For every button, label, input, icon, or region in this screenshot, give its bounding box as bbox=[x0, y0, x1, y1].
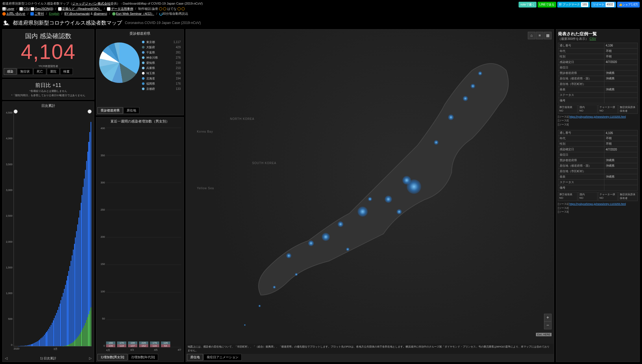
stacked-bar-panel: 直近一週間の感染者増加数（男女別） 0501001502002503003504… bbox=[96, 117, 184, 362]
legend-item[interactable]: 福岡県176 bbox=[142, 81, 181, 86]
count-panel: 国内 感染確認数 4,104 *PCR検査陽性者 感染無症状死亡退院検査 bbox=[2, 29, 94, 77]
usage-icon bbox=[107, 7, 110, 11]
link-donate[interactable]: ご寄付 bbox=[34, 12, 44, 15]
source-link[interactable]: https://ryukyushimpo.jp/news/entry-11032… bbox=[569, 115, 626, 118]
share-hatena[interactable]: B! ブックマーク165 bbox=[557, 2, 590, 8]
tab-退院[interactable]: 退院 bbox=[47, 68, 60, 75]
tab-検査[interactable]: 検査 bbox=[60, 68, 73, 75]
zoom-control: + − bbox=[544, 314, 552, 329]
company-link[interactable]: ジャッグジャパン株式会社 bbox=[72, 2, 110, 5]
link-author[interactable]: BY:@oohamazaki bbox=[64, 12, 90, 15]
japan-silhouette bbox=[186, 29, 554, 344]
page-title: 都道府県別新型コロナウイルス感染者数マップ bbox=[13, 19, 122, 26]
case-list-title: 発表された症例一覧 bbox=[558, 31, 638, 37]
case-list-panel: 発表された症例一覧 （最新300件を表示） CSV 通し番号4,106年代不明性… bbox=[556, 29, 640, 362]
layer-icon bbox=[2, 7, 6, 11]
prev-arrow[interactable]: ◁ bbox=[5, 356, 8, 360]
coin-icon bbox=[182, 7, 185, 10]
link-contact[interactable]: お問い合わせ bbox=[6, 12, 25, 15]
geojson-icon bbox=[31, 7, 34, 11]
legend-dot bbox=[142, 46, 145, 49]
legend-dot bbox=[142, 72, 145, 75]
tab-死亡[interactable]: 死亡 bbox=[34, 68, 46, 75]
zoom-in-button[interactable]: + bbox=[544, 314, 551, 322]
legend-dot bbox=[142, 62, 145, 64]
tab-2)増加数[年代別][interactable]: 2)増加数[年代別] bbox=[128, 354, 158, 361]
tab-1)増加数[男女別][interactable]: 1)増加数[男女別] bbox=[97, 354, 127, 361]
legend-item[interactable]: 兵庫県210 bbox=[142, 66, 181, 71]
legend-item[interactable]: 神奈川県276 bbox=[142, 55, 181, 60]
link-csv[interactable]: CSV bbox=[23, 7, 30, 10]
share-twitter[interactable]: ツイート4932 bbox=[591, 2, 616, 8]
tab-受診都道府県[interactable]: 受診都道府県 bbox=[97, 107, 123, 114]
source-link[interactable]: https://ryukyushimpo.jp/news/entry-11032… bbox=[569, 203, 626, 205]
page-subtitle: Coronavirus COVID-19 Japan Case (2019-nC… bbox=[125, 21, 201, 25]
legend-item[interactable]: 千葉県281 bbox=[142, 50, 181, 55]
topbar: 都道府県別新型コロナウイルス感染者数マップ（ジャッグジャパン株式会社提供） - … bbox=[0, 0, 642, 18]
page-title-pre: 都道府県別新型コロナウイルス感染者数マップ（ bbox=[2, 2, 72, 5]
legend-item[interactable]: 大阪府429 bbox=[142, 45, 181, 50]
legend-item[interactable]: 東京都1,117 bbox=[142, 40, 181, 45]
dash-label: - Dashboard&Map of COVID-19 Japan Case (… bbox=[121, 2, 203, 5]
pie-chart bbox=[99, 42, 140, 83]
pie-legend: 東京都1,117大阪府429千葉県281神奈川県276愛知県238兵庫県210埼… bbox=[142, 40, 181, 92]
legend-item[interactable]: 埼玉県205 bbox=[142, 71, 181, 76]
legend-item[interactable]: 北海道194 bbox=[142, 76, 181, 81]
reload-icon bbox=[159, 12, 162, 16]
pie-panel: 受診都道府県 東京都1,117大阪府429千葉県281神奈川県276愛知県238… bbox=[96, 29, 184, 115]
link-author2[interactable]: @aimerci bbox=[94, 12, 107, 15]
faq-icon bbox=[58, 7, 62, 11]
tab-無症状[interactable]: 無症状 bbox=[17, 68, 33, 75]
map-attribution: Esri, HERE bbox=[536, 333, 552, 336]
link-geojson[interactable]: GeoJSON(β) bbox=[35, 7, 53, 10]
link-english[interactable]: English bbox=[49, 12, 59, 15]
share-line[interactable]: LINEで送る bbox=[538, 2, 556, 8]
legend-dot bbox=[142, 51, 145, 54]
mail-icon bbox=[2, 12, 6, 16]
next-arrow[interactable]: ▷ bbox=[89, 356, 92, 360]
tab-居住地[interactable]: 居住地 bbox=[187, 354, 203, 361]
link-webinar[interactable]: Esri Web Seminar（4/22） bbox=[116, 12, 154, 15]
map-caption: 地図上には、感染者の居住地について、「市区町村」、「（総合）振興局」、「都道府県… bbox=[186, 344, 554, 354]
blog-label: 制作秘話:論座 bbox=[138, 7, 158, 10]
reload-label: 30分毎自動再読込 bbox=[162, 12, 188, 15]
legend-item[interactable]: 京都府133 bbox=[142, 86, 181, 92]
tab-居住地[interactable]: 居住地 bbox=[123, 107, 139, 114]
medical-icon bbox=[3, 19, 10, 26]
coin-icon bbox=[177, 7, 181, 10]
tab-発症日アニメーション[interactable]: 発症日アニメーション bbox=[203, 354, 242, 361]
legend-dot bbox=[142, 56, 145, 59]
count-title: 国内 感染確認数 bbox=[3, 32, 94, 40]
legend-dot bbox=[142, 82, 145, 85]
link-faq[interactable]: 定義など（Readme&FAQ） bbox=[62, 7, 102, 10]
count-value: 4,104 bbox=[3, 40, 94, 63]
legend-dot bbox=[142, 41, 145, 43]
link-layer[interactable]: Layer bbox=[6, 7, 14, 10]
donate-icon bbox=[30, 12, 34, 16]
case-table: 通し番号4,105年代不明性別不明感染確定日4/7/2020発症日受診都道府県沖… bbox=[558, 130, 638, 191]
legend-item[interactable]: 愛知県238 bbox=[142, 60, 181, 66]
legend-dot bbox=[142, 77, 145, 80]
link-usage[interactable]: データ活用事例 bbox=[111, 7, 133, 10]
tab-感染[interactable]: 感染 bbox=[4, 68, 16, 75]
map[interactable]: ⌂ ≡ ▦ NORTH KOREA SOUTH KOREA Korea Bay … bbox=[186, 29, 554, 344]
delta-title: 前日比 +11 bbox=[4, 82, 93, 89]
legend-dot bbox=[142, 67, 145, 69]
zoom-out-button[interactable]: − bbox=[544, 322, 551, 329]
legend-dot bbox=[142, 88, 145, 90]
coin-icon bbox=[163, 7, 166, 10]
chart-nav-label: 1) 日次累計 bbox=[40, 356, 57, 361]
share-note[interactable]: noteで書く bbox=[519, 2, 536, 8]
csv-icon bbox=[19, 7, 23, 11]
share-facebook[interactable]: 👍 シェア 1.6万 bbox=[617, 2, 640, 8]
count-note: *PCR検査陽性者 bbox=[3, 64, 94, 68]
share-buttons: noteで書く LINEで送る B! ブックマーク165 ツイート4932 👍 … bbox=[519, 1, 640, 8]
case-csv-link[interactable]: CSV bbox=[589, 37, 596, 40]
case-table: 通し番号4,106年代不明性別不明感染確定日4/7/2020発症日受診都道府県沖… bbox=[558, 43, 638, 103]
delta-panel: 前日比 +11 *各種絞り込みとは連動しません *「陽性判明日」を参照しており公… bbox=[2, 79, 94, 100]
coin-icon bbox=[159, 7, 162, 10]
cumulative-chart: 日次累計 05001,0001,5002,0002,5003,0003,5004… bbox=[2, 101, 94, 362]
header: 都道府県別新型コロナウイルス感染者数マップ Coronavirus COVID-… bbox=[0, 18, 642, 29]
globe-icon bbox=[112, 12, 116, 16]
map-panel: ⌂ ≡ ▦ NORTH KOREA SOUTH KOREA Korea Bay … bbox=[186, 29, 554, 362]
